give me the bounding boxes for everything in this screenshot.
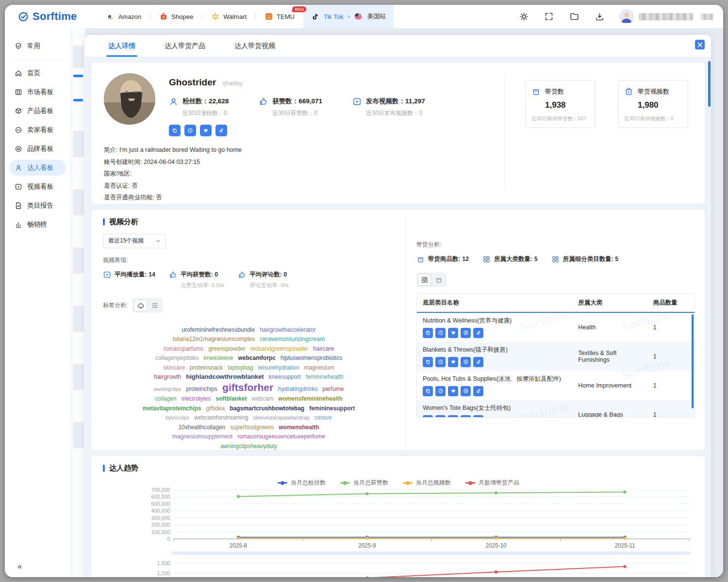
goto-button[interactable]	[461, 386, 471, 396]
history-button[interactable]	[184, 125, 196, 136]
fullscreen-button[interactable]	[544, 11, 554, 22]
tag-word[interactable]: ceravemoisturizingcream	[260, 336, 325, 342]
tag-word[interactable]: magnesium	[304, 364, 334, 371]
history-button[interactable]	[435, 386, 446, 396]
heart-button[interactable]	[448, 415, 458, 418]
panel-scrollbar[interactable]	[708, 61, 711, 107]
copy-button[interactable]	[423, 415, 433, 418]
history-button[interactable]	[435, 357, 446, 367]
tag-word[interactable]: perfume	[322, 386, 344, 392]
tag-word[interactable]: collagenpeptides	[155, 355, 199, 361]
legend-item[interactable]: 当月总获赞数	[340, 479, 388, 487]
tag-word[interactable]: leisurehydration	[258, 364, 299, 371]
tag-word[interactable]: kneesupport	[269, 373, 301, 380]
tag-word[interactable]: collagen	[155, 395, 177, 402]
list-view-button[interactable]	[148, 300, 161, 311]
tag-word[interactable]: womensfemininehealth	[278, 395, 343, 402]
settings-button[interactable]	[518, 11, 529, 22]
tag-word[interactable]: highlandcowthrowblanket	[186, 373, 264, 380]
sidebar-item-influencer[interactable]: 达人看板	[9, 160, 66, 176]
sidebar-item-common[interactable]: 常用	[9, 38, 66, 54]
sidebar-item-report[interactable]: 类目报告	[9, 197, 66, 213]
tag-word[interactable]: femininehealth	[306, 373, 344, 380]
tag-word[interactable]: femininesupport	[309, 405, 355, 412]
heart-button[interactable]	[200, 125, 212, 136]
platform-temu[interactable]: TEMU Beta	[256, 5, 303, 28]
heart-button[interactable]	[448, 328, 458, 338]
tag-word[interactable]: webcam	[252, 395, 274, 402]
platform-amazon[interactable]: a Amazon	[98, 5, 150, 28]
legend-item[interactable]: 月新增带货产品	[465, 479, 519, 487]
history-button[interactable]	[435, 328, 446, 338]
tag-word[interactable]: haircare	[313, 345, 334, 352]
tag-word[interactable]: greenspowder	[208, 345, 245, 352]
tag-word[interactable]: proteinchips	[186, 386, 217, 392]
copy-button[interactable]	[423, 357, 433, 367]
tag-word[interactable]: cerave	[314, 414, 332, 421]
close-panel-button[interactable]	[695, 40, 705, 49]
platform-tiktok[interactable]: Tik Tok › 美国站	[303, 5, 394, 28]
tag-word[interactable]: kneesleeve	[204, 355, 233, 361]
tag-word[interactable]: awningclipsheavyduty	[220, 443, 277, 450]
tag-word[interactable]: webcamforstreaming	[194, 414, 248, 421]
tag-word[interactable]: bagsmartcrushbowtotebag	[230, 405, 304, 412]
tag-word[interactable]: magnesiumsupplement	[172, 433, 232, 440]
tag-word[interactable]: womenshealth	[279, 424, 319, 431]
category-view-button[interactable]	[418, 274, 431, 286]
tag-word[interactable]: urofemininefreshnessbundle	[182, 326, 255, 333]
tag-word[interactable]: laptopbag	[228, 364, 253, 371]
goto-button[interactable]	[461, 415, 471, 418]
tiktok-button[interactable]	[473, 386, 483, 396]
goto-button[interactable]	[461, 328, 471, 338]
tag-word[interactable]: hairgrowth	[154, 373, 181, 380]
files-button[interactable]	[569, 11, 579, 22]
platform-walmart[interactable]: Walmart	[202, 5, 255, 28]
sidebar-item-market[interactable]: 市场看板	[9, 84, 66, 100]
sidebar-item-bestseller[interactable]: 畅销榜	[9, 216, 66, 232]
table-scrollbar[interactable]	[692, 314, 694, 408]
tiktok-button[interactable]	[473, 415, 483, 418]
tag-word[interactable]: awningclips	[154, 386, 182, 392]
tag-word[interactable]: redsandgreenspowder	[250, 345, 308, 352]
tag-word[interactable]: hipluswomensprobiotics	[281, 355, 342, 361]
tag-word[interactable]: hydratingdrinks	[278, 386, 317, 392]
tiktok-button[interactable]	[473, 328, 483, 338]
tag-word[interactable]: electrolytes	[182, 395, 211, 402]
tab-influencer-detail[interactable]: 达人详情	[94, 35, 150, 57]
legend-item[interactable]: 当月总粉丝数	[278, 479, 326, 487]
sidebar-item-brand[interactable]: 品牌看板	[9, 141, 66, 157]
tag-word[interactable]: webcamforpc	[238, 355, 276, 361]
tag-word[interactable]: giftsforher	[222, 382, 273, 393]
download-button[interactable]	[594, 11, 605, 22]
tag-word[interactable]: hairgrowthaccelerator	[260, 326, 315, 333]
sidebar-item-video[interactable]: 视频看板	[9, 178, 66, 194]
chart-zoom-slider[interactable]	[172, 551, 691, 555]
tag-word[interactable]: fabricclips	[165, 415, 189, 420]
copy-button[interactable]	[423, 328, 433, 338]
tag-word[interactable]: metavitaproteinchips	[143, 405, 201, 412]
tag-word[interactable]: superfoodgreens	[230, 424, 274, 431]
sidebar-item-seller[interactable]: 卖家看板	[9, 122, 66, 138]
video-range-dropdown[interactable]: 最近15个视频	[103, 234, 166, 248]
sidebar-item-home[interactable]: 首页	[9, 65, 66, 81]
sorftime-logo[interactable]: Sorftime	[17, 10, 77, 23]
goto-button[interactable]	[461, 357, 471, 367]
tab-influencer-videos[interactable]: 达人带货视频	[220, 35, 290, 57]
product-view-button[interactable]	[432, 274, 445, 286]
copy-button[interactable]	[423, 386, 433, 396]
heart-button[interactable]	[448, 357, 458, 367]
platform-shopee[interactable]: S Shopee	[150, 5, 202, 28]
tag-word[interactable]: giftidea	[206, 405, 225, 412]
wordcloud-view-button[interactable]	[134, 300, 147, 311]
legend-item[interactable]: 当月总视频数	[403, 479, 451, 487]
sidebar-collapse-button[interactable]: «	[17, 562, 22, 571]
history-button[interactable]	[435, 415, 446, 418]
copy-button[interactable]	[169, 125, 181, 136]
tiktok-button[interactable]	[215, 125, 227, 136]
tag-word[interactable]: proteinsnack	[190, 364, 223, 371]
tag-word[interactable]: totaria12in1magnesiumcomplex	[173, 336, 255, 342]
tag-word[interactable]: 10xhealthcollagen	[178, 424, 225, 431]
tag-word[interactable]: sleevestarspatellarstrap	[253, 415, 310, 420]
tag-word[interactable]: romassrougeessenceluxeperfume	[237, 433, 325, 440]
tag-word[interactable]: romassparfums	[164, 345, 204, 352]
